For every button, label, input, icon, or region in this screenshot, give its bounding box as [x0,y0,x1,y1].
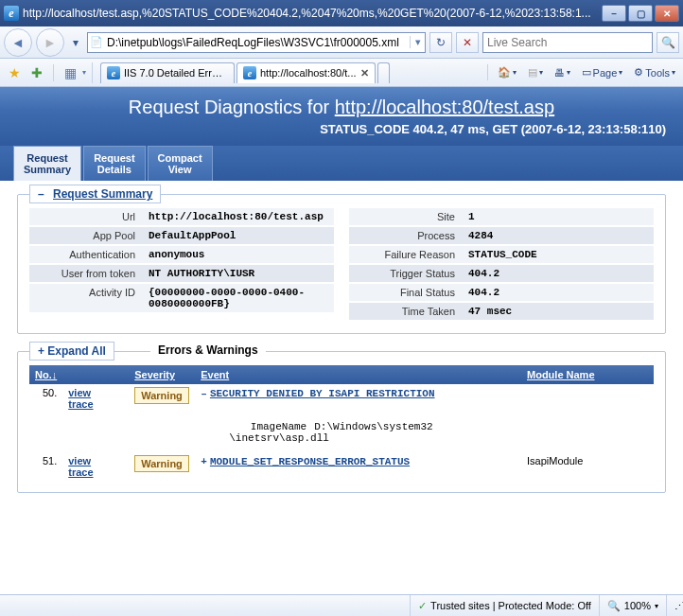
page-label: Page [593,67,618,79]
col-module[interactable]: Module Name [521,365,654,384]
ie-favicon: e [4,6,19,21]
page-content: Request Diagnostics for http://localhost… [0,87,683,594]
event-link[interactable]: MODULE_SET_RESPONSE_ERROR_STATUS [210,456,410,467]
forward-button[interactable]: ► [36,28,64,57]
home-icon: 🏠 [498,66,511,79]
summary-key: Trigger Status [349,265,463,282]
table-row: 50.viewtraceWarning– SECURITY DENIED BY … [29,384,654,413]
recent-dropdown[interactable]: ▾ [68,32,83,53]
favorites-star-icon[interactable]: ★ [4,62,25,83]
zoom-control[interactable]: 🔍 100% ▾ [599,595,666,616]
summary-value: 4284 [463,227,654,244]
summary-row: App PoolDefaultAppPool [29,227,334,244]
summary-row: Time Taken47 msec [349,303,654,320]
summary-row: User from tokenNT AUTHORITY\IUSR [29,265,334,282]
maximize-button[interactable]: ▢ [628,5,653,22]
tab-request-details[interactable]: RequestDetails [83,146,145,181]
summary-row: Activity ID{00000000-0000-0000-0400-0080… [29,284,334,312]
zoom-dropdown-icon: ▾ [655,602,658,610]
page-title: Request Diagnostics for http://localhost… [17,97,666,118]
summary-value: 404.2 [463,284,654,301]
add-favorite-icon[interactable]: ✚ [26,62,47,83]
summary-key: App Pool [29,227,143,244]
summary-row: Site1 [349,208,654,225]
col-severity[interactable]: Severity [129,365,195,384]
request-summary-legend[interactable]: –Request Summary [29,185,161,203]
tab-compact-view[interactable]: CompactView [148,146,213,181]
refresh-button[interactable]: ↻ [429,32,452,53]
errors-warnings-panel: + Expand All Errors & Warnings No.↓ Seve… [17,351,666,493]
search-box[interactable] [482,32,653,53]
row-no: 50. [29,384,62,413]
summary-row: Authenticationanonymous [29,246,334,263]
row-no: 51. [29,452,62,481]
zoom-value: 100% [624,600,651,611]
page-icon: ▭ [582,66,591,79]
summary-value: 1 [463,208,654,225]
ie-icon: e [243,66,256,79]
summary-key: Final Status [349,284,463,301]
view-trace-cell: viewtrace [62,384,129,413]
request-summary-link[interactable]: Request Summary [53,187,152,201]
zoom-icon: 🔍 [607,600,621,612]
summary-value: http://localhost:80/test.asp [143,208,334,225]
quick-tabs-icon[interactable]: ▦ [60,62,80,83]
view-trace-link[interactable]: viewtrace [68,455,93,478]
summary-right-column: Site1Process4284Failure ReasonSTATUS_COD… [349,208,654,322]
title-url-link[interactable]: http://localhost:80/test.asp [335,97,554,117]
search-button[interactable]: 🔍 [657,32,679,53]
summary-key: Site [349,208,463,225]
module-cell [521,384,654,413]
print-icon: 🖶 [554,67,565,79]
col-event[interactable]: Event [195,365,521,384]
summary-row: Urlhttp://localhost:80/test.asp [29,208,334,225]
tab-request-summary[interactable]: RequestSummary [13,146,81,181]
tab-localhost[interactable]: e http://localhost:80/t... ✕ [236,62,376,83]
gear-icon: ⚙ [634,66,643,79]
view-trace-cell: viewtrace [62,452,129,481]
page-menu[interactable]: ▭Page▾ [578,64,627,80]
main-tabs: RequestSummary RequestDetails CompactVie… [0,146,683,181]
summary-row: Final Status404.2 [349,284,654,301]
address-dropdown[interactable]: ▾ [410,36,425,48]
minimize-button[interactable]: – [602,5,626,22]
summary-key: Failure Reason [349,246,463,263]
feeds-button[interactable]: ▤▾ [524,64,547,80]
close-tab-icon[interactable]: ✕ [360,67,369,79]
new-tab-button[interactable] [377,62,390,83]
address-input[interactable] [105,36,410,49]
summary-key: Process [349,227,463,244]
severity-badge: Warning [134,455,189,472]
nav-toolbar: ◄ ► ▾ 📄 ▾ ↻ ✕ 🔍 [0,26,683,59]
file-icon: 📄 [88,36,105,48]
summary-key: Activity ID [29,284,143,312]
tab-iis-error[interactable]: e IIS 7.0 Detailed Error - 4... [100,62,235,83]
home-button[interactable]: 🏠▾ [494,64,520,80]
status-trusted-text: Trusted sites | Protected Mode: Off [430,600,591,611]
summary-value: DefaultAppPool [143,227,334,244]
event-link[interactable]: SECURITY DENIED BY ISAPI RESTRICTION [210,388,435,399]
command-toolbar: ★ ✚ ▦ ▾ e IIS 7.0 Detailed Error - 4... … [0,59,683,87]
resize-grip[interactable]: ⋰ [666,595,683,616]
tools-label: Tools [645,67,670,79]
check-icon: ✓ [418,600,427,612]
stop-button[interactable]: ✕ [456,32,479,53]
address-bar[interactable]: 📄 ▾ [87,32,426,53]
event-detail: ImageNameD:\Windows\system32\inetsrv\asp… [201,415,648,449]
summary-left-column: Urlhttp://localhost:80/test.aspApp PoolD… [29,208,334,322]
back-button[interactable]: ◄ [4,28,32,57]
module-cell: IsapiModule [521,452,654,481]
event-cell: – SECURITY DENIED BY ISAPI RESTRICTION [195,384,521,413]
print-button[interactable]: 🖶▾ [551,65,574,80]
summary-value: anonymous [143,246,334,263]
summary-value: 47 msec [463,303,654,320]
summary-value: STATUS_CODE [463,246,654,263]
severity-cell: Warning [129,452,195,481]
severity-badge: Warning [134,387,189,404]
close-button[interactable]: ✕ [655,5,679,22]
col-no[interactable]: No.↓ [29,365,62,384]
search-input[interactable] [483,36,652,49]
view-trace-link[interactable]: viewtrace [68,387,93,410]
expand-all-button[interactable]: + Expand All [29,342,114,361]
tools-menu[interactable]: ⚙Tools▾ [630,64,679,80]
